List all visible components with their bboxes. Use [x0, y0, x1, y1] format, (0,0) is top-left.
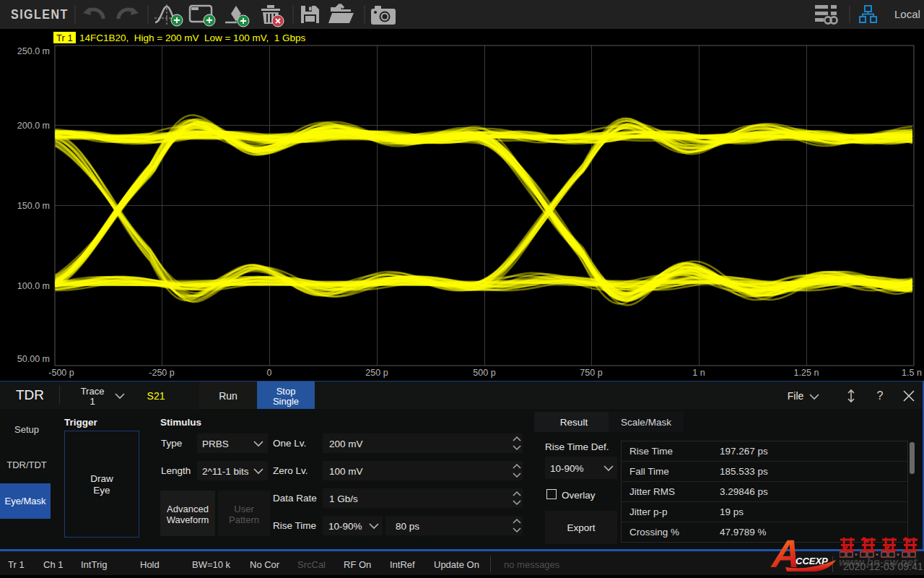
svg-text:CCEXP: CCEXP — [796, 556, 828, 566]
